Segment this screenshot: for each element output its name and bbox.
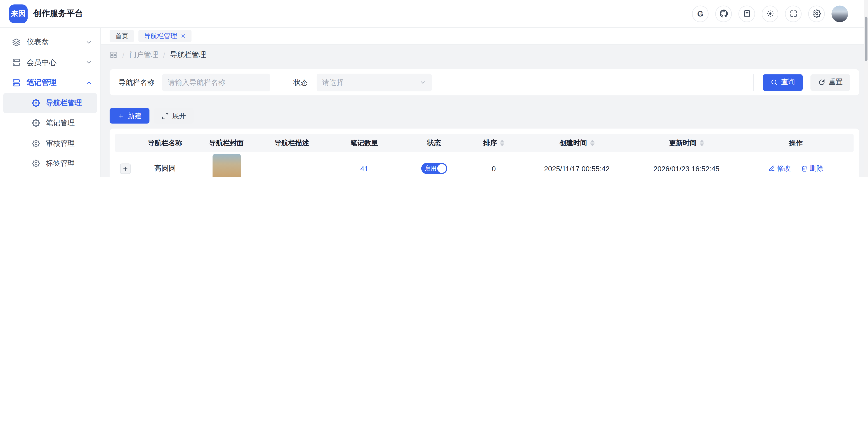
- tab-label: 导航栏管理: [144, 31, 177, 41]
- delete-link[interactable]: 删除: [801, 164, 823, 173]
- breadcrumb-items: /门户管理/导航栏管理: [117, 50, 206, 60]
- filter-divider: [753, 74, 754, 90]
- topbar-actions: G: [692, 5, 848, 22]
- filter-buttons: 查询 重置: [753, 74, 850, 90]
- sidebar-item-会员中心[interactable]: 会员中心: [0, 52, 100, 73]
- sidebar-item-笔记管理[interactable]: 笔记管理: [0, 73, 100, 93]
- breadcrumb-home-icon[interactable]: [110, 51, 117, 59]
- plus-icon: [122, 166, 128, 172]
- sidebar-item-标签管理[interactable]: 标签管理: [3, 153, 97, 174]
- sidebar-item-导航栏管理[interactable]: 导航栏管理: [3, 93, 97, 113]
- menu-item-label: 笔记管理: [27, 78, 57, 88]
- menu-item-label: 笔记管理: [46, 118, 74, 128]
- sidebar-item-仪表盘[interactable]: 仪表盘: [0, 32, 100, 52]
- column-header-状态: 状态: [403, 138, 465, 148]
- refresh-icon: [818, 79, 826, 86]
- menu-item-label: 仪表盘: [27, 37, 49, 47]
- tab-导航栏管理[interactable]: 导航栏管理: [138, 30, 191, 42]
- main-area: 首页 导航栏管理 /门户管理/导航栏管理 导航栏名称 状态 请选择: [101, 28, 868, 177]
- menu-item-label: 会员中心: [27, 57, 57, 67]
- sort-caret-icon[interactable]: [500, 140, 504, 146]
- create-button[interactable]: 新建: [110, 108, 149, 124]
- edit-link-label: 修改: [777, 164, 791, 173]
- app-title: 创作服务平台: [33, 8, 83, 19]
- column-label: 导航栏封面: [209, 138, 244, 148]
- breadcrumb-separator: /: [122, 51, 124, 59]
- column-header-操作: 操作: [742, 138, 850, 148]
- breadcrumb-item-门户管理[interactable]: 门户管理: [129, 50, 158, 60]
- menu-item-label: 审核管理: [46, 139, 74, 148]
- expand-all-button[interactable]: 展开: [154, 108, 194, 124]
- column-header-更新时间[interactable]: 更新时间: [631, 138, 742, 148]
- nav-name-input[interactable]: [162, 73, 270, 91]
- notes-count-link[interactable]: 41: [360, 164, 368, 173]
- gear-icon: [32, 140, 40, 147]
- gitee-icon: G: [698, 9, 704, 18]
- cover-cell: [212, 154, 241, 177]
- settings-icon-button[interactable]: [808, 5, 825, 22]
- table-card: 导航栏名称导航栏封面导航栏描述笔记数量状态排序创建时间更新时间操作 高圆圆 41…: [110, 128, 859, 177]
- filter-card: 导航栏名称 状态 请选择 查询: [110, 69, 859, 95]
- theme-sun-icon: [766, 9, 774, 18]
- sidebar-item-专辑管理[interactable]: 专辑管理: [3, 174, 97, 177]
- layers-icon: [12, 38, 21, 47]
- github-icon-button[interactable]: [715, 5, 732, 22]
- column-header-创建时间[interactable]: 创建时间: [523, 138, 631, 148]
- document-icon: [743, 9, 751, 18]
- create-button-label: 新建: [128, 111, 142, 121]
- user-avatar[interactable]: [831, 5, 848, 22]
- column-header-导航栏描述: 导航栏描述: [258, 138, 326, 148]
- plus-icon: [117, 112, 125, 119]
- status-select-placeholder: 请选择: [322, 77, 344, 87]
- chevron-down-icon: [85, 39, 92, 46]
- search-button[interactable]: 查询: [763, 74, 803, 90]
- delete-link-label: 删除: [810, 164, 824, 173]
- column-label: 更新时间: [669, 138, 697, 148]
- chevron-down-icon: [85, 59, 92, 66]
- sidebar: 仪表盘 会员中心 笔记管理 导航栏管理 笔记管理 审核管理 标签管理 专辑管理 …: [0, 28, 101, 177]
- fullscreen-icon-button[interactable]: [785, 5, 802, 22]
- column-label: 状态: [427, 138, 441, 148]
- sidebar-item-审核管理[interactable]: 审核管理: [3, 133, 97, 153]
- edit-link[interactable]: 修改: [768, 164, 791, 173]
- page-content: /门户管理/导航栏管理 导航栏名称 状态 请选择 查询: [101, 45, 868, 177]
- reset-button[interactable]: 重置: [810, 74, 850, 90]
- tab-label: 首页: [115, 31, 128, 41]
- tab-首页[interactable]: 首页: [110, 30, 134, 42]
- breadcrumb-item-导航栏管理: 导航栏管理: [170, 50, 206, 60]
- search-icon: [771, 79, 778, 86]
- top-header: 来因 创作服务平台 G: [0, 0, 868, 28]
- expand-button-label: 展开: [172, 111, 186, 121]
- table-row-高圆圆: 高圆圆 41 启用 0 2025/11/17 00:55:42 2026/01/…: [115, 152, 854, 177]
- table-body: 高圆圆 41 启用 0 2025/11/17 00:55:42 2026/01/…: [115, 152, 854, 177]
- scrollbar-thumb[interactable]: [865, 17, 867, 61]
- sort-caret-icon[interactable]: [590, 140, 594, 146]
- expand-icon: [162, 112, 169, 119]
- gitee-icon-button[interactable]: G: [692, 5, 708, 22]
- sort-caret-icon[interactable]: [700, 140, 704, 146]
- sidebar-item-笔记管理[interactable]: 笔记管理: [3, 113, 97, 133]
- status-select[interactable]: 请选择: [317, 73, 432, 91]
- created-time-cell: 2025/11/17 00:55:42: [544, 164, 610, 173]
- updated-time-cell: 2026/01/23 16:52:45: [653, 164, 719, 173]
- column-label: 导航栏名称: [148, 138, 182, 148]
- sort-cell: 0: [492, 164, 496, 173]
- topbar-icon-group: G: [692, 5, 825, 22]
- theme-sun-icon-button[interactable]: [762, 5, 778, 22]
- breadcrumb: /门户管理/导航栏管理: [110, 49, 859, 60]
- row-expand-button[interactable]: [120, 163, 130, 174]
- server-icon: [12, 79, 21, 87]
- cover-image[interactable]: [212, 154, 241, 177]
- fullscreen-icon: [789, 9, 798, 18]
- page-scrollbar[interactable]: [864, 0, 868, 177]
- tabs-bar: 首页 导航栏管理: [101, 28, 868, 45]
- status-toggle[interactable]: 启用: [421, 163, 447, 174]
- column-label: 导航栏描述: [274, 138, 309, 148]
- gear-icon: [32, 99, 40, 107]
- document-icon-button[interactable]: [739, 5, 755, 22]
- tab-close-icon[interactable]: [180, 33, 186, 39]
- column-header-排序[interactable]: 排序: [465, 138, 523, 148]
- chevron-down-icon: [420, 79, 426, 86]
- gear-icon: [32, 160, 40, 168]
- table-header-row: 导航栏名称导航栏封面导航栏描述笔记数量状态排序创建时间更新时间操作: [115, 134, 854, 152]
